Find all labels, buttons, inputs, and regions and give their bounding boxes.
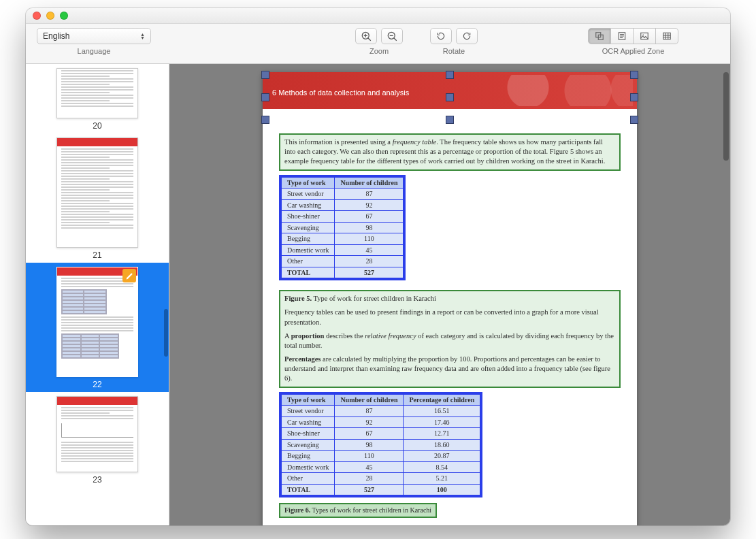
table-row: Shoe-shiner6712.71 <box>282 428 480 440</box>
table-row: Scavenging9818.60 <box>282 439 480 451</box>
ocr-table-zone[interactable]: Type of workNumber of childrenPercentage… <box>279 392 482 498</box>
rotate-group: Rotate <box>430 28 478 55</box>
document-viewer[interactable]: 6 Methods of data collection and analysi… <box>169 64 730 525</box>
chevron-updown-icon: ▲▼ <box>140 33 145 39</box>
table-header: Type of work <box>282 177 335 189</box>
table-total-row: TOTAL527100 <box>282 484 480 495</box>
rotate-cw-button[interactable] <box>456 28 478 44</box>
thumbnail-page-number: 20 <box>93 121 101 131</box>
figure6-label: Figure 6. <box>284 506 310 514</box>
zoom-in-button[interactable] <box>355 28 377 44</box>
minimize-icon[interactable] <box>46 12 54 20</box>
ocr-text-zone[interactable]: This information is presented using a fr… <box>279 133 621 171</box>
figure5-label: Figure 5. <box>284 295 312 302</box>
table-row: Street vendor87 <box>282 189 404 200</box>
table-row: Other28 <box>282 256 404 267</box>
frequency-table-1: Type of workNumber of childrenStreet ven… <box>281 177 404 279</box>
thumbnail-page-number: 23 <box>93 475 101 485</box>
zoom-out-button[interactable] <box>381 28 403 44</box>
zoom-out-icon <box>387 31 397 42</box>
ocr-text-zone[interactable]: Figure 5. Type of work for street childr… <box>279 290 621 387</box>
app-window: English ▲▼ Language Zoom <box>26 8 730 525</box>
rotate-ccw-icon <box>436 31 446 41</box>
language-select[interactable]: English ▲▼ <box>37 28 151 44</box>
intro-text: This information is presented using a fr… <box>284 138 605 165</box>
thumbnail-page-21[interactable]: 21 <box>26 133 169 263</box>
close-icon[interactable] <box>33 12 41 20</box>
toolbar: English ▲▼ Language Zoom <box>26 24 730 64</box>
rotate-cw-icon <box>462 31 472 41</box>
ocr-zone-label: OCR Applied Zone <box>602 47 665 55</box>
table-header: Number of children <box>335 394 404 406</box>
table-row: Domestic work45 <box>282 244 404 256</box>
table-row: Street vendor8716.51 <box>282 406 480 417</box>
table-row: Shoe-shiner67 <box>282 211 404 223</box>
ocr-text-zone[interactable]: Figure 6. Types of work for street child… <box>279 503 437 518</box>
zoom-in-icon <box>361 31 372 42</box>
sidebar-scrollbar[interactable] <box>164 309 168 357</box>
ocr-zone-image-button[interactable] <box>634 28 656 44</box>
overlapping-squares-icon <box>595 31 604 41</box>
thumbnail-page-23[interactable]: 23 <box>26 392 169 487</box>
paragraph: Frequency tables can be used to present … <box>284 308 615 327</box>
paragraph: Percentages are calculated by multiplyin… <box>284 355 615 384</box>
table-row: Begging11020.87 <box>282 451 480 462</box>
table-total-row: TOTAL527 <box>282 267 404 278</box>
thumbnail-page-20[interactable]: 20 <box>26 64 169 133</box>
table-header: Type of work <box>282 394 335 406</box>
rotate-ccw-button[interactable] <box>430 28 452 44</box>
language-value: English <box>43 31 69 41</box>
ocr-table-zone[interactable]: Type of workNumber of childrenStreet ven… <box>279 175 406 281</box>
header-background-art <box>483 75 633 106</box>
zoom-window-icon[interactable] <box>60 12 68 20</box>
table-row: Other285.21 <box>282 473 480 485</box>
thumbnail-page-22[interactable]: 22 <box>26 263 169 392</box>
ocr-zone-auto-button[interactable] <box>588 28 611 44</box>
paragraph: A proportion describes the relative freq… <box>284 331 615 350</box>
svg-point-4 <box>642 34 644 35</box>
thumbnail-page-number: 22 <box>93 380 101 389</box>
table-row: Car washing92 <box>282 199 404 211</box>
ocr-zone-text-button[interactable] <box>611 28 634 44</box>
titlebar <box>26 8 730 24</box>
zoom-label: Zoom <box>369 47 389 55</box>
figure5-caption: Type of work for street children in Kara… <box>312 295 436 302</box>
language-label: Language <box>78 47 111 55</box>
table-row: Begging110 <box>282 233 404 245</box>
table-row: Car washing9217.46 <box>282 416 480 428</box>
zoom-group: Zoom <box>355 28 403 55</box>
document-page: 6 Methods of data collection and analysi… <box>263 72 637 525</box>
edited-badge-icon <box>122 269 136 282</box>
rotate-label: Rotate <box>443 47 465 55</box>
viewer-scrollbar[interactable] <box>723 72 729 161</box>
table-row: Scavenging98 <box>282 222 404 233</box>
frequency-table-2: Type of workNumber of childrenPercentage… <box>281 394 480 496</box>
language-group: English ▲▼ Language <box>37 28 151 55</box>
figure6-caption: Types of work for street children in Kar… <box>310 506 431 514</box>
thumbnail-sidebar[interactable]: 20212223 <box>26 64 169 525</box>
page-header-banner: 6 Methods of data collection and analysi… <box>263 72 637 109</box>
table-header: Percentage of children <box>404 394 480 406</box>
image-icon <box>640 31 649 41</box>
ocr-zone-table-button[interactable] <box>656 28 678 44</box>
text-page-icon <box>617 31 627 41</box>
page-header-title: 6 Methods of data collection and analysi… <box>272 88 409 97</box>
svg-rect-5 <box>663 33 671 39</box>
thumbnail-page-number: 21 <box>93 250 101 260</box>
table-header: Number of children <box>335 177 404 189</box>
ocr-zone-group: OCR Applied Zone <box>588 28 678 55</box>
ocr-zone-segmented[interactable] <box>588 28 678 44</box>
table-icon <box>662 31 672 41</box>
table-row: Domestic work458.54 <box>282 461 480 473</box>
